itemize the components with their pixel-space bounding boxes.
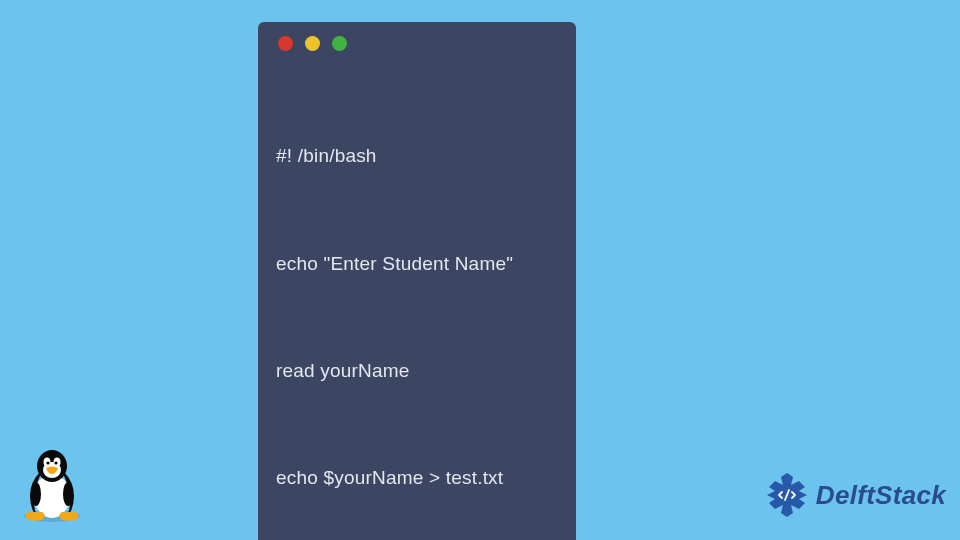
- svg-point-7: [54, 461, 57, 464]
- close-icon[interactable]: [278, 36, 293, 51]
- delftstack-logo: DelftStack: [762, 470, 946, 520]
- svg-point-9: [63, 482, 73, 506]
- code-line: read yourName: [276, 353, 558, 389]
- code-line: echo $yourName > test.txt: [276, 460, 558, 496]
- maximize-icon[interactable]: [332, 36, 347, 51]
- minimize-icon[interactable]: [305, 36, 320, 51]
- code-line: #! /bin/bash: [276, 138, 558, 174]
- code-block: #! /bin/bash echo "Enter Student Name" r…: [276, 67, 558, 540]
- delftstack-label: DelftStack: [816, 480, 946, 511]
- window-titlebar: [278, 36, 558, 51]
- delftstack-badge-icon: [762, 470, 812, 520]
- tux-linux-icon: [20, 448, 84, 528]
- svg-point-8: [31, 482, 41, 506]
- svg-point-6: [46, 461, 49, 464]
- terminal-window: #! /bin/bash echo "Enter Student Name" r…: [258, 22, 576, 540]
- code-line: echo "Enter Student Name": [276, 246, 558, 282]
